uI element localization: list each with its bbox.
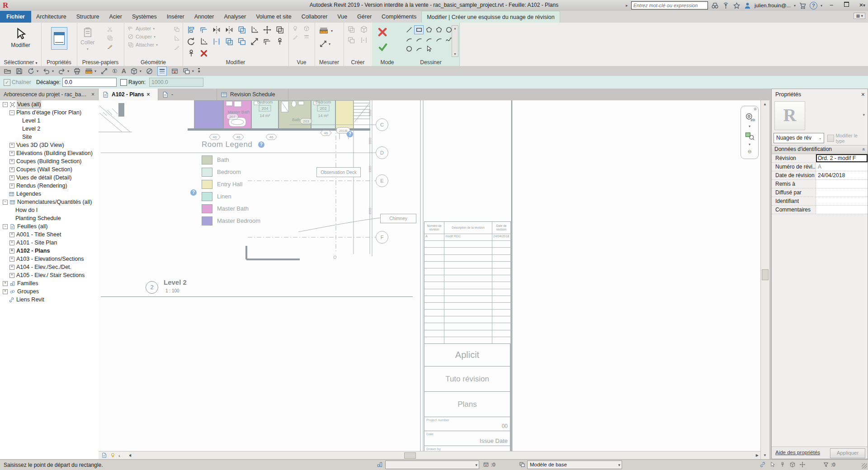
steering-wheel-2d-icon[interactable]: 2D	[741, 113, 758, 122]
doc-tab-revision-schedule[interactable]: Revision Schedule	[217, 89, 288, 100]
plus-expander-icon[interactable]: +	[9, 273, 14, 278]
favorites-star-icon[interactable]	[733, 2, 741, 9]
tree-item-a001-title-sheet[interactable]: +A001 - Title Sheet	[0, 230, 99, 239]
collapse-group-icon[interactable]: «	[859, 148, 867, 150]
ribbon-tab-contextual[interactable]: Modifier | Créer une esquisse du nuage d…	[421, 11, 560, 23]
navbar-minimize-icon[interactable]: ⊖	[741, 149, 758, 155]
doc-tab-a102-plans[interactable]: A102 - Plans×	[99, 89, 158, 100]
qat-print-icon[interactable]	[73, 67, 81, 75]
tree-item-a102-plans[interactable]: +A102 - Plans	[0, 247, 99, 255]
filter-icon[interactable]	[823, 461, 829, 468]
modify-rotate-icon[interactable]	[187, 37, 196, 46]
plus-expander-icon[interactable]: +	[9, 159, 14, 164]
qat-dropdown-arrow[interactable]: ▾	[94, 69, 96, 73]
modify-pin-icon[interactable]	[275, 37, 284, 46]
edit-type-button[interactable]: Modifier le type	[826, 133, 867, 143]
radius-input[interactable]	[149, 78, 203, 87]
tree-item-el-vations-building-elevation[interactable]: +Elévations (Building Elevation)	[0, 149, 99, 157]
draw-arc-center-ends-icon[interactable]	[414, 35, 424, 44]
plus-expander-icon[interactable]: +	[9, 151, 14, 156]
qat-text-icon[interactable]: A	[122, 67, 126, 75]
help-hint-icon[interactable]: ?	[347, 131, 353, 137]
qat-dropdown-arrow[interactable]: ▾	[37, 69, 38, 73]
tree-item-groupes[interactable]: +Groupes	[0, 287, 99, 296]
help-hint-icon[interactable]: ?	[258, 141, 264, 148]
property-value-input[interactable]: Ord. 2 - modif F	[816, 154, 868, 162]
crop-view-icon[interactable]	[101, 452, 107, 458]
scroll-right-arrow[interactable]: ▶	[756, 453, 759, 457]
hidden-elements-icon[interactable]	[292, 25, 298, 32]
property-value-input[interactable]	[816, 180, 868, 188]
wall-joins-icon[interactable]	[174, 26, 180, 33]
tree-item-vues-3d-3d-view[interactable]: +Vues 3D (3D View)	[0, 141, 99, 149]
apply-button[interactable]: Appliquer	[830, 448, 865, 458]
render-icon[interactable]	[303, 25, 310, 32]
draw-polygon-circumscribed-icon[interactable]	[434, 25, 443, 34]
qat-thin-lines-icon[interactable]	[157, 66, 167, 76]
user-dropdown-arrow[interactable]: ▾	[794, 4, 796, 8]
drag-on-selection-icon[interactable]	[799, 461, 806, 468]
qat-save-icon[interactable]	[15, 67, 23, 75]
draw-ellipse-icon[interactable]	[404, 44, 414, 53]
qat-dropdown-arrow[interactable]: ▾	[52, 69, 54, 73]
select-pinned-icon[interactable]	[779, 461, 786, 468]
plus-expander-icon[interactable]: +	[9, 257, 14, 262]
plus-expander-icon[interactable]: +	[9, 265, 14, 270]
ribbon-tab-architecture[interactable]: Architecture	[31, 11, 71, 23]
minus-expander-icon[interactable]: −	[9, 110, 14, 115]
user-account-label[interactable]: julien.frouin@...	[755, 3, 791, 8]
ribbon-tab-fichier[interactable]: Fichier	[0, 11, 31, 23]
modify-move-icon[interactable]	[263, 25, 272, 34]
plus-expander-icon[interactable]: +	[9, 240, 14, 245]
qat-sync-icon[interactable]	[27, 67, 35, 75]
scroll-down-arrow[interactable]: ▼	[763, 453, 767, 457]
qat-customize-qat-icon[interactable]: ▾	[198, 68, 200, 74]
create-parts-icon[interactable]	[360, 36, 368, 44]
qat-section-icon[interactable]	[146, 67, 153, 75]
tree-item-feuilles-all[interactable]: −Feuilles (all)	[0, 222, 99, 230]
help-hint-icon[interactable]: ?	[190, 189, 197, 196]
restore-button[interactable]	[840, 1, 852, 9]
qat-tag-by-category-icon[interactable]: ①	[112, 68, 118, 75]
minus-expander-icon[interactable]: −	[3, 102, 8, 107]
ribbon-display-toggle[interactable]: ▩ ▾	[854, 13, 865, 19]
modify-copy-align-icon[interactable]	[237, 25, 246, 34]
draw-line-icon[interactable]	[404, 25, 414, 34]
cancel-sketch-icon[interactable]	[377, 26, 388, 38]
qat-switch-windows-icon[interactable]	[183, 67, 190, 75]
paste-button[interactable]: Coller▾	[80, 26, 94, 51]
tree-item-site[interactable]: Site	[0, 133, 99, 141]
group-identity-data[interactable]: Données d'identification «	[772, 145, 868, 154]
dimension-dropdown[interactable]: ▾	[329, 42, 330, 46]
tree-item-coupes-wall-section[interactable]: +Coupes (Wall Section)	[0, 165, 99, 174]
help-icon[interactable]: ?	[810, 2, 817, 9]
search-binoculars-icon[interactable]	[711, 2, 719, 9]
ribbon-tab-vue[interactable]: Vue	[332, 11, 352, 23]
tree-item-vues-de-d-tail-detail[interactable]: +Vues de détail (Detail)	[0, 174, 99, 182]
qat-dropdown-arrow[interactable]: ▾	[192, 69, 194, 73]
modify-scale-icon[interactable]	[250, 37, 259, 46]
draw-partial-ellipse-icon[interactable]	[414, 44, 424, 53]
tree-item-how-do-i[interactable]: How do I	[0, 206, 99, 214]
reveal-hidden-icon[interactable]	[110, 452, 116, 458]
radius-checkbox[interactable]	[120, 79, 127, 86]
tab-overflow-menu[interactable]: ▾	[863, 3, 865, 8]
tree-item-nomenclatures-quantit-s-all[interactable]: −Nomenclatures/Quantités (all)	[0, 198, 99, 206]
ribbon-tab-acier[interactable]: Acier	[104, 11, 127, 23]
resize-grip[interactable]	[862, 463, 867, 469]
close-browser-icon[interactable]: ×	[91, 91, 94, 98]
vscroll-thumb[interactable]	[762, 269, 769, 280]
modify-array-icon[interactable]	[225, 37, 234, 46]
underlay-icon[interactable]	[303, 34, 310, 40]
modify-copy-icon[interactable]	[275, 25, 284, 34]
property-value-input[interactable]	[816, 197, 868, 205]
copy-to-clipboard-icon[interactable]	[107, 35, 113, 41]
cope-button[interactable]: Ajuster▾	[127, 25, 158, 32]
ribbon-tab-syst-mes[interactable]: Systèmes	[127, 11, 162, 23]
select-by-face-icon[interactable]	[789, 461, 796, 468]
close-tab-icon[interactable]: ×	[146, 91, 150, 98]
ribbon-tab-g-rer[interactable]: Gérer	[352, 11, 377, 23]
collapse-viewbar-icon[interactable]: ‹	[118, 453, 120, 458]
tree-item-l-gendes[interactable]: Légendes	[0, 190, 99, 198]
join-geometry-button[interactable]: Attacher▾	[127, 42, 158, 48]
